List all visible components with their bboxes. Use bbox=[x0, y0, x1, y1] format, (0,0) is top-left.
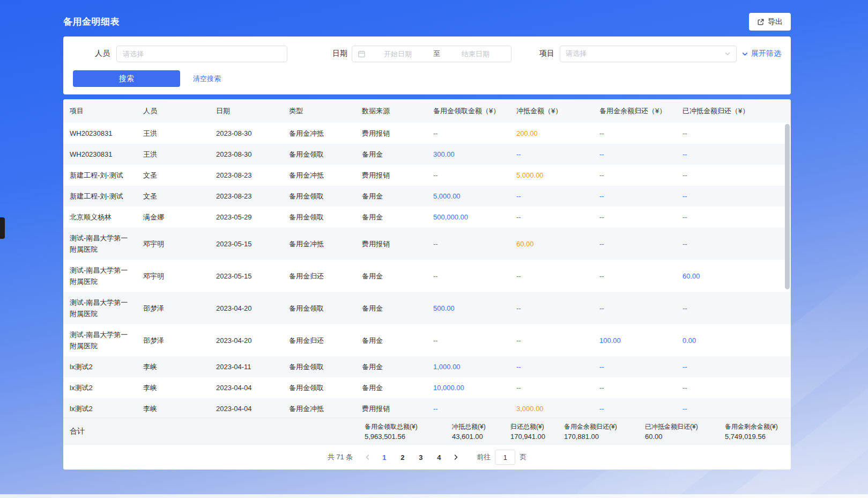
cell-person: 王洪 bbox=[137, 123, 210, 144]
cell-source: 备用金 bbox=[355, 186, 427, 207]
chevron-down-icon bbox=[724, 50, 731, 57]
table-row[interactable]: lx测试2 李峡 2023-04-04 备用金冲抵 费用报销 -- 3,000.… bbox=[63, 398, 791, 418]
cell-balance-returned: -- bbox=[593, 377, 676, 398]
goto-page-input[interactable] bbox=[495, 450, 515, 465]
summary-item: 备用金余额归还(¥) 170,881.00 bbox=[564, 422, 617, 442]
pagination-total-count: 共 71 条 bbox=[328, 452, 353, 462]
goto-label: 前往 bbox=[477, 452, 491, 462]
date-range-separator: 至 bbox=[430, 49, 443, 58]
cell-amount-offset: -- bbox=[510, 356, 593, 377]
person-select-input[interactable] bbox=[116, 46, 287, 62]
cell-amount-offset: -- bbox=[510, 260, 593, 292]
cell-date: 2023-08-30 bbox=[210, 123, 283, 144]
cell-balance-returned: -- bbox=[593, 260, 676, 292]
table-scrollbar[interactable] bbox=[785, 124, 790, 289]
table-row[interactable]: 测试-南昌大学第一附属医院 邓宇明 2023-05-15 备用金冲抵 费用报销 … bbox=[63, 228, 791, 260]
cell-type: 备用金冲抵 bbox=[283, 398, 355, 418]
export-button[interactable]: 导出 bbox=[749, 13, 791, 31]
cell-source: 费用报销 bbox=[355, 165, 427, 186]
cell-source: 备用金 bbox=[355, 356, 427, 377]
summary-bar: 合计 备用金领取总额(¥) 5,963,501.56 冲抵总额(¥) 43,60… bbox=[63, 418, 791, 445]
cell-project: lx测试2 bbox=[63, 377, 137, 398]
cell-balance-returned: -- bbox=[593, 144, 676, 165]
data-table-panel: 项目人员日期类型数据来源备用金领取金额（¥）冲抵金额（¥）备用金余额归还（¥）已… bbox=[63, 99, 791, 470]
cell-balance-returned: -- bbox=[593, 228, 676, 260]
table-row[interactable]: WH20230831 王洪 2023-08-30 备用金领取 备用金 300.0… bbox=[63, 144, 791, 165]
table-row[interactable]: 测试-南昌大学第一附属医院 邵梦泽 2023-04-20 备用金归还 备用金 -… bbox=[63, 324, 791, 356]
cell-source: 备用金 bbox=[355, 324, 427, 356]
clear-search-link[interactable]: 清空搜索 bbox=[193, 74, 221, 84]
page-unit-label: 页 bbox=[520, 452, 526, 462]
previous-page-button[interactable] bbox=[360, 450, 375, 465]
cell-project: 测试-南昌大学第一附属医院 bbox=[63, 324, 137, 356]
table-row[interactable]: lx测试2 李峡 2023-04-11 备用金领取 备用金 1,000.00 -… bbox=[63, 356, 791, 377]
table-row[interactable]: 新建工程-刘-测试 文圣 2023-08-23 备用金领取 备用金 5,000.… bbox=[63, 186, 791, 207]
expand-filters-link[interactable]: 展开筛选 bbox=[741, 49, 781, 58]
cell-person: 文圣 bbox=[137, 165, 210, 186]
date-filter-label: 日期 bbox=[332, 49, 347, 58]
cell-balance-returned: -- bbox=[593, 292, 676, 324]
project-select[interactable]: 请选择 bbox=[560, 46, 737, 62]
summary-item: 冲抵总额(¥) 43,601.00 bbox=[452, 422, 486, 442]
cell-date: 2023-04-04 bbox=[210, 377, 283, 398]
table-row[interactable]: 测试-南昌大学第一附属医院 邵梦泽 2023-04-20 备用金领取 备用金 5… bbox=[63, 292, 791, 324]
cell-offset-returned: -- bbox=[676, 377, 791, 398]
cell-source: 备用金 bbox=[355, 144, 427, 165]
summary-item-label: 已冲抵金额归还(¥) bbox=[645, 422, 698, 431]
table-row[interactable]: 新建工程-刘-测试 文圣 2023-08-23 备用金冲抵 费用报销 -- 5,… bbox=[63, 165, 791, 186]
cell-offset-returned: 0.00 bbox=[676, 324, 791, 356]
cell-amount-offset: -- bbox=[510, 377, 593, 398]
cell-project: lx测试2 bbox=[63, 356, 137, 377]
page-button-3[interactable]: 3 bbox=[413, 450, 428, 465]
cell-source: 费用报销 bbox=[355, 398, 427, 418]
project-filter-label: 项目 bbox=[539, 49, 554, 58]
column-header-person: 人员 bbox=[137, 99, 210, 123]
cell-person: 李峡 bbox=[137, 377, 210, 398]
page-title: 备用金明细表 bbox=[63, 16, 120, 28]
start-date-input[interactable] bbox=[368, 50, 428, 58]
cell-source: 备用金 bbox=[355, 260, 427, 292]
expand-filters-label: 展开筛选 bbox=[751, 49, 781, 58]
cell-date: 2023-04-04 bbox=[210, 398, 283, 418]
summary-item: 已冲抵金额归还(¥) 60.00 bbox=[645, 422, 698, 442]
page-button-2[interactable]: 2 bbox=[395, 450, 410, 465]
person-filter-label: 人员 bbox=[95, 49, 110, 58]
cell-source: 费用报销 bbox=[355, 228, 427, 260]
table-body: WH20230831 王洪 2023-08-30 备用金冲抵 费用报销 -- 2… bbox=[63, 123, 791, 418]
table-header: 项目人员日期类型数据来源备用金领取金额（¥）冲抵金额（¥）备用金余额归还（¥）已… bbox=[63, 99, 791, 123]
cell-amount-received: 500,000.00 bbox=[427, 207, 510, 228]
page-header: 备用金明细表 导出 bbox=[63, 13, 791, 31]
cell-amount-offset: -- bbox=[510, 207, 593, 228]
cell-offset-returned: -- bbox=[676, 207, 791, 228]
cell-balance-returned: 100.00 bbox=[593, 324, 676, 356]
page-button-1[interactable]: 1 bbox=[377, 450, 391, 465]
end-date-input[interactable] bbox=[446, 50, 506, 58]
search-button[interactable]: 搜索 bbox=[73, 70, 180, 87]
table-row[interactable]: 北京顺义杨林 满金娜 2023-05-29 备用金领取 备用金 500,000.… bbox=[63, 207, 791, 228]
cell-project: WH20230831 bbox=[63, 123, 137, 144]
cell-date: 2023-04-11 bbox=[210, 356, 283, 377]
cell-project: 新建工程-刘-测试 bbox=[63, 186, 137, 207]
summary-item-value: 60.00 bbox=[645, 432, 698, 442]
table-row[interactable]: lx测试2 李峡 2023-04-04 备用金领取 备用金 10,000.00 … bbox=[63, 377, 791, 398]
cell-date: 2023-08-23 bbox=[210, 165, 283, 186]
cell-person: 李峡 bbox=[137, 356, 210, 377]
column-header-source: 数据来源 bbox=[355, 99, 427, 123]
next-page-button[interactable] bbox=[448, 450, 463, 465]
cell-amount-offset: -- bbox=[510, 186, 593, 207]
column-header-offset_returned: 已冲抵金额归还（¥） bbox=[676, 99, 791, 123]
cell-person: 邓宇明 bbox=[137, 260, 210, 292]
filter-panel: 人员 日期 至 项目 请选择 bbox=[63, 36, 791, 94]
cell-amount-offset: 5,000.00 bbox=[510, 165, 593, 186]
table-row[interactable]: WH20230831 王洪 2023-08-30 备用金冲抵 费用报销 -- 2… bbox=[63, 123, 791, 144]
cell-offset-returned: -- bbox=[676, 144, 791, 165]
table-row[interactable]: 测试-南昌大学第一附属医院 邓宇明 2023-05-15 备用金归还 备用金 -… bbox=[63, 260, 791, 292]
cell-balance-returned: -- bbox=[593, 186, 676, 207]
page-button-4[interactable]: 4 bbox=[432, 450, 446, 465]
date-range-picker[interactable]: 至 bbox=[352, 46, 511, 62]
cell-amount-received: -- bbox=[427, 398, 510, 418]
cell-date: 2023-08-23 bbox=[210, 186, 283, 207]
cell-person: 李峡 bbox=[137, 398, 210, 418]
cell-source: 备用金 bbox=[355, 292, 427, 324]
collapsed-drawer-handle[interactable] bbox=[0, 217, 5, 239]
